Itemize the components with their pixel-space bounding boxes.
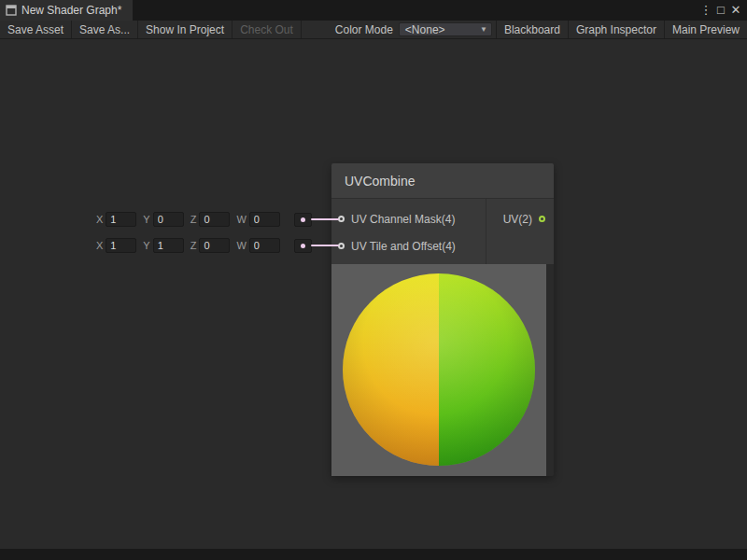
vector-field-w[interactable] [249,238,280,253]
input-port-circle-icon[interactable] [338,216,345,222]
vector-field-y[interactable] [153,212,184,227]
input-port-circle-icon[interactable] [338,243,345,249]
port-connector-stub[interactable] [294,239,312,253]
input-port-uv-channel-mask[interactable]: UV Channel Mask(4) [331,205,486,232]
color-mode-group: Color Mode <None> ▼ [335,21,492,38]
node-title: UVCombine [345,174,415,189]
port-connector-stub[interactable] [294,213,312,227]
input-port-label: UV Channel Mask(4) [351,213,455,226]
output-port-uv[interactable]: UV(2) [486,205,554,232]
y-label: Y [143,240,149,251]
color-mode-dropdown[interactable]: <None> ▼ [399,22,492,36]
vector-field-z[interactable] [199,212,230,227]
shader-graph-icon [6,5,17,16]
w-label: W [236,240,246,251]
vector-field-x[interactable] [106,238,136,253]
blackboard-toggle-button[interactable]: Blackboard [496,21,568,38]
x-label: X [96,214,103,225]
preview-sphere [343,273,535,466]
output-port-label: UV(2) [503,213,532,226]
window-controls: ⋮ □ ✕ [698,0,747,21]
vector4-input-row-1: X Y Z W [96,210,312,229]
graph-toolbar: Save Asset Save As... Show In Project Ch… [0,21,747,39]
shader-graph-window: New Shader Graph* ⋮ □ ✕ Save Asset Save … [0,0,747,560]
check-out-button: Check Out [233,21,302,38]
title-bar: New Shader Graph* ⋮ □ ✕ [0,0,747,21]
node-uvcombine[interactable]: UVCombine UV Channel Mask(4) UV Tile and… [331,163,554,476]
node-output-column: UV(2) [486,199,554,264]
z-label: Z [190,240,197,251]
close-icon[interactable]: ✕ [728,0,743,21]
sphere-shading [343,273,535,466]
save-asset-button[interactable]: Save Asset [0,21,72,38]
w-label: W [236,214,246,225]
color-mode-label: Color Mode [335,23,393,36]
maximize-icon[interactable]: □ [713,0,728,21]
vector4-input-row-2: X Y Z W [96,236,312,255]
vector-field-w[interactable] [249,212,280,227]
node-input-column: UV Channel Mask(4) UV Tile and Offset(4) [331,199,486,264]
y-label: Y [143,214,149,225]
tab-title: New Shader Graph* [21,4,121,17]
graph-inspector-toggle-button[interactable]: Graph Inspector [568,21,664,38]
x-label: X [96,240,103,251]
toolbar-right-group: Blackboard Graph Inspector Main Preview [496,21,747,38]
node-preview [331,264,546,476]
node-ports: UV Channel Mask(4) UV Tile and Offset(4)… [331,199,554,264]
bottom-bar [0,549,747,560]
vector-field-x[interactable] [106,212,136,227]
edge-to-uv-tile-and-offset[interactable] [311,245,339,246]
chevron-down-icon: ▼ [480,25,487,34]
show-in-project-button[interactable]: Show In Project [138,21,233,38]
vector-field-y[interactable] [153,238,184,253]
connector-dot-icon [301,244,305,248]
input-port-label: UV Tile and Offset(4) [351,240,456,253]
save-as-button[interactable]: Save As... [72,21,138,38]
output-port-circle-icon[interactable] [539,216,545,222]
z-label: Z [190,214,197,225]
node-header[interactable]: UVCombine [331,163,554,199]
window-menu-icon[interactable]: ⋮ [698,0,713,21]
main-preview-toggle-button[interactable]: Main Preview [664,21,747,38]
connector-dot-icon [301,217,305,222]
input-port-uv-tile-and-offset[interactable]: UV Tile and Offset(4) [331,232,486,259]
edge-to-uv-channel-mask[interactable] [311,218,339,220]
color-mode-value: <None> [405,23,445,36]
vector-field-z[interactable] [199,238,230,253]
tab-new-shader-graph[interactable]: New Shader Graph* [0,0,133,21]
graph-canvas[interactable]: UVCombine UV Channel Mask(4) UV Tile and… [0,39,747,549]
